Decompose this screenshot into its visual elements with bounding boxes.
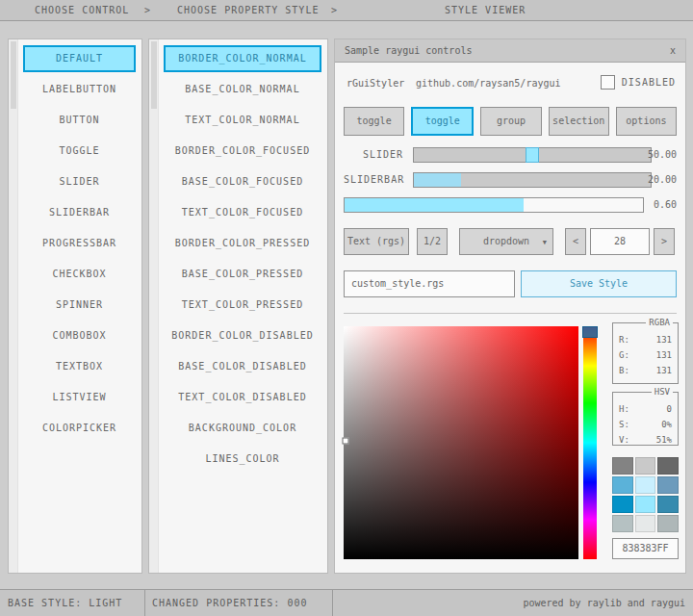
slider[interactable] bbox=[413, 147, 652, 163]
style-filename-input[interactable]: custom_style.rgs bbox=[344, 270, 515, 297]
control-list-item[interactable]: TEXTBOX bbox=[19, 351, 140, 382]
property-list-item[interactable]: BASE_COLOR_FOCUSED bbox=[160, 167, 325, 197]
spinner-increment-button[interactable]: > bbox=[654, 228, 675, 255]
progressbar-fill bbox=[345, 198, 524, 212]
color-swatch[interactable] bbox=[657, 476, 679, 494]
property-list-item[interactable]: BASE_COLOR_PRESSED bbox=[160, 259, 325, 290]
color-swatch[interactable] bbox=[657, 457, 679, 475]
property-list-scrollbar[interactable] bbox=[149, 39, 159, 573]
property-list-item[interactable]: BORDER_COLOR_FOCUSED bbox=[160, 136, 325, 167]
color-swatch[interactable] bbox=[635, 476, 656, 494]
progressbar bbox=[344, 197, 644, 213]
property-list-item[interactable]: BASE_COLOR_NORMAL bbox=[160, 74, 325, 105]
window-titlebar[interactable]: Sample raygui controls x bbox=[335, 39, 685, 63]
property-list-item[interactable]: BORDER_COLOR_PRESSED bbox=[160, 228, 325, 259]
color-swatch[interactable] bbox=[635, 496, 656, 513]
group-button[interactable]: group bbox=[480, 107, 541, 136]
color-swatch[interactable] bbox=[635, 515, 656, 532]
spinner-decrement-button[interactable]: < bbox=[565, 228, 586, 255]
github-link[interactable]: github.com/raysan5/raygui bbox=[416, 78, 561, 89]
control-list-item[interactable]: COLORPICKER bbox=[19, 413, 140, 444]
scrollbar-thumb[interactable] bbox=[11, 41, 16, 109]
property-list-item[interactable]: TEXT_COLOR_PRESSED bbox=[160, 290, 325, 321]
options-button[interactable]: options bbox=[616, 107, 677, 136]
property-list-item[interactable]: LINES_COLOR bbox=[160, 444, 325, 475]
property-list-item[interactable]: BASE_COLOR_DISABLED bbox=[160, 351, 325, 382]
rguistyler-app: CHOOSE CONTROL > CHOOSE PROPERTY STYLE >… bbox=[0, 0, 693, 616]
h-value: 0 bbox=[667, 401, 672, 417]
chevron-right-icon: > bbox=[144, 0, 151, 21]
close-icon[interactable]: x bbox=[670, 39, 676, 63]
control-list-scrollbar[interactable] bbox=[9, 39, 18, 573]
property-list-item[interactable]: BORDER_COLOR_NORMAL bbox=[164, 45, 321, 72]
toggle-button[interactable]: toggle bbox=[344, 107, 404, 136]
s-label: S: bbox=[619, 417, 629, 432]
control-list-item[interactable]: COMBOBOX bbox=[19, 321, 140, 351]
chevron-down-icon: ▼ bbox=[543, 230, 547, 255]
control-list-item[interactable]: DEFAULT bbox=[23, 45, 136, 72]
color-saturation-value-panel[interactable] bbox=[344, 326, 578, 559]
save-style-row: custom_style.rgs Save Style bbox=[344, 270, 677, 297]
disabled-checkbox[interactable] bbox=[601, 75, 615, 90]
hsv-title: HSV bbox=[652, 387, 673, 397]
half-button[interactable]: 1/2 bbox=[417, 228, 448, 255]
text-rgs-button[interactable]: Text (rgs) bbox=[344, 228, 409, 255]
breadcrumb-step-style-viewer: STYLE VIEWER bbox=[445, 0, 526, 21]
hsv-v-row: V: 51% bbox=[613, 432, 678, 448]
misc-controls-row: Text (rgs) 1/2 dropdown ▼ < 28 > bbox=[344, 228, 677, 255]
app-name-label: rGuiStyler bbox=[346, 78, 404, 89]
property-list-item[interactable]: BORDER_COLOR_DISABLED bbox=[160, 321, 325, 351]
disabled-label: DISABLED bbox=[622, 77, 676, 88]
disabled-toggle: DISABLED bbox=[601, 75, 676, 90]
color-swatch[interactable] bbox=[612, 496, 633, 513]
color-swatch[interactable] bbox=[657, 515, 679, 532]
hue-slider-handle[interactable] bbox=[582, 326, 598, 338]
breadcrumb: CHOOSE CONTROL > CHOOSE PROPERTY STYLE >… bbox=[0, 0, 693, 21]
rgba-title: RGBA bbox=[646, 318, 673, 327]
toggle-group: toggle toggle group selection options bbox=[344, 107, 677, 136]
control-list-item[interactable]: CHECKBOX bbox=[19, 259, 140, 290]
g-label: G: bbox=[619, 347, 629, 363]
color-swatch[interactable] bbox=[612, 515, 633, 532]
property-list-item[interactable]: BACKGROUND_COLOR bbox=[160, 413, 325, 444]
control-list-item[interactable]: LISTVIEW bbox=[19, 382, 140, 413]
control-list-item[interactable]: SPINNER bbox=[19, 290, 140, 321]
breadcrumb-step-choose-control: CHOOSE CONTROL bbox=[35, 0, 129, 21]
style-color-grid bbox=[612, 457, 679, 532]
spinner-value-box[interactable]: 28 bbox=[590, 228, 650, 255]
color-swatch[interactable] bbox=[612, 457, 633, 475]
control-list-item[interactable]: LABELBUTTON bbox=[19, 74, 140, 105]
hsv-s-row: S: 0% bbox=[613, 417, 678, 432]
control-list-item[interactable]: SLIDER bbox=[19, 167, 140, 197]
control-list-panel: DEFAULT LABELBUTTON BUTTON TOGGLE SLIDER… bbox=[8, 38, 142, 574]
control-list-item[interactable]: BUTTON bbox=[19, 105, 140, 136]
hue-slider[interactable] bbox=[583, 326, 597, 559]
rgba-r-row: R: 131 bbox=[613, 332, 678, 347]
slider-handle[interactable] bbox=[526, 147, 539, 163]
progressbar-row: 0.60 bbox=[344, 197, 677, 213]
scrollbar-thumb[interactable] bbox=[151, 41, 157, 109]
control-list-item[interactable]: TOGGLE bbox=[19, 136, 140, 167]
property-list: BORDER_COLOR_NORMAL BASE_COLOR_NORMAL TE… bbox=[160, 43, 325, 475]
color-swatch[interactable] bbox=[612, 476, 633, 494]
color-swatch[interactable] bbox=[635, 457, 656, 475]
window-body: rGuiStyler github.com/raysan5/raygui DIS… bbox=[335, 63, 685, 573]
dropdown-selected-value: dropdown bbox=[483, 236, 529, 246]
property-list-item[interactable]: TEXT_COLOR_DISABLED bbox=[160, 382, 325, 413]
sliderbar[interactable] bbox=[413, 172, 652, 188]
color-cursor[interactable] bbox=[343, 437, 349, 444]
hex-value-box[interactable]: 838383FF bbox=[612, 538, 679, 559]
dropdown[interactable]: dropdown ▼ bbox=[459, 228, 553, 255]
slider-label: SLIDER bbox=[344, 149, 403, 160]
property-list-item[interactable]: TEXT_COLOR_FOCUSED bbox=[160, 197, 325, 228]
property-list-item[interactable]: TEXT_COLOR_NORMAL bbox=[160, 105, 325, 136]
color-swatch[interactable] bbox=[657, 496, 679, 513]
selection-button[interactable]: selection bbox=[549, 107, 609, 136]
control-list-item[interactable]: SLIDERBAR bbox=[19, 197, 140, 228]
save-style-button[interactable]: Save Style bbox=[521, 270, 677, 297]
control-list-item[interactable]: PROGRESSBAR bbox=[19, 228, 140, 259]
toggle-button-active[interactable]: toggle bbox=[411, 107, 474, 136]
status-divider bbox=[332, 590, 333, 616]
v-value: 51% bbox=[656, 432, 672, 448]
property-list-panel: BORDER_COLOR_NORMAL BASE_COLOR_NORMAL TE… bbox=[148, 38, 328, 574]
